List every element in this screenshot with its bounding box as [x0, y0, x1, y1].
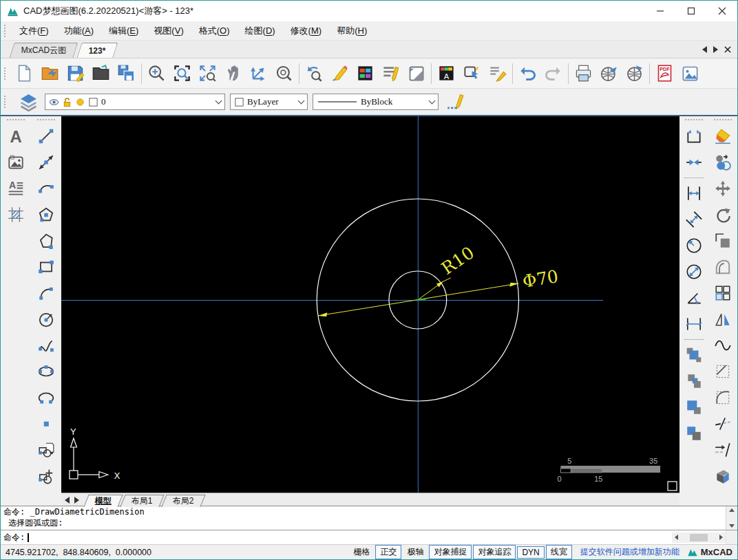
layout-tab-0[interactable]: 模型 — [83, 495, 123, 507]
drawing-canvas[interactable]: Φ70 R10 — [61, 116, 679, 493]
move-button[interactable] — [710, 176, 735, 201]
open-folder-button[interactable] — [88, 61, 114, 86]
linetype-select[interactable]: ByBlock — [313, 94, 439, 110]
linear-dimension-button[interactable] — [682, 181, 706, 206]
chamfer-button[interactable] — [710, 359, 735, 384]
circle-button[interactable] — [34, 307, 59, 332]
fill-mode-button[interactable] — [403, 61, 429, 86]
undo-button[interactable] — [515, 61, 540, 86]
arc-start-end-button[interactable] — [34, 281, 59, 305]
rotate-button[interactable] — [710, 202, 735, 227]
aligned-dimension-button[interactable] — [682, 207, 706, 232]
image-export-button[interactable] — [677, 61, 703, 86]
format-painter-button[interactable] — [485, 61, 510, 86]
quick-select-button[interactable] — [459, 61, 485, 86]
ellipse-arc-button[interactable] — [34, 385, 59, 410]
menu-item-1[interactable]: 功能(A) — [56, 22, 101, 40]
web-open-button[interactable] — [622, 61, 647, 86]
tab-close-icon[interactable] — [724, 46, 731, 53]
status-toggle-0[interactable]: 栅格 — [349, 546, 374, 559]
layout-prev-icon[interactable] — [65, 497, 70, 504]
doc-tab-0[interactable]: MxCAD云图 — [9, 43, 78, 58]
break-button[interactable] — [710, 411, 735, 436]
draw-order-below-button[interactable] — [682, 421, 706, 446]
save-button[interactable] — [63, 61, 88, 86]
scroll-right-icon[interactable] — [719, 535, 723, 540]
ellipse-button[interactable] — [34, 359, 59, 384]
zoom-extents-button[interactable] — [195, 61, 220, 86]
draw-order-front-button[interactable] — [682, 343, 706, 367]
array-button[interactable] — [710, 281, 735, 305]
layer-select[interactable]: 0 — [45, 94, 225, 110]
save-as-button[interactable] — [114, 61, 139, 86]
zoom-center-button[interactable] — [271, 61, 297, 86]
menu-item-5[interactable]: 绘图(D) — [238, 22, 283, 40]
edit-polyline-button[interactable] — [682, 124, 706, 149]
toolbar-grip[interactable] — [4, 67, 8, 80]
status-toggle-2[interactable]: 极轴 — [403, 546, 428, 559]
tab-scroll-right-icon[interactable] — [713, 46, 718, 53]
erase-button[interactable] — [710, 124, 735, 149]
close-button[interactable] — [706, 1, 737, 21]
toolbar-grip[interactable] — [7, 119, 25, 122]
scroll-up-icon[interactable] — [729, 508, 735, 512]
point-button[interactable] — [34, 411, 59, 436]
copy-button[interactable] — [710, 150, 735, 175]
mirror-button[interactable] — [710, 307, 735, 332]
insert-block-button[interactable] — [34, 464, 59, 488]
fit-curve-button[interactable] — [710, 333, 735, 358]
doc-tab-1[interactable]: 123* — [77, 43, 118, 58]
print-button[interactable] — [571, 61, 596, 86]
web-publish-button[interactable] — [596, 61, 622, 86]
rectangle-button[interactable] — [34, 255, 59, 279]
status-toggle-3[interactable]: 对象捕捉 — [429, 545, 472, 559]
status-toggle-6[interactable]: 线宽 — [546, 545, 572, 559]
scroll-down-icon[interactable] — [729, 524, 735, 528]
layerbar-grip[interactable] — [4, 96, 8, 108]
menu-item-3[interactable]: 视图(V) — [146, 22, 191, 40]
zoom-window-button[interactable] — [169, 61, 195, 86]
feedback-link[interactable]: 提交软件问题或增加新功能 — [580, 546, 679, 558]
layout-next-icon[interactable] — [74, 497, 79, 504]
hatch-button[interactable] — [3, 202, 28, 227]
redo-button[interactable] — [540, 61, 566, 86]
new-button[interactable] — [12, 61, 37, 86]
create-block-button[interactable] — [34, 438, 59, 462]
diameter-dimension-button[interactable] — [682, 259, 706, 284]
layer-manager-button[interactable] — [17, 90, 40, 114]
diameter-dimension-entity[interactable]: Φ70 — [318, 266, 560, 316]
3d-box-button[interactable] — [710, 464, 735, 488]
toolbar-grip[interactable] — [714, 119, 732, 122]
properties-edit-button[interactable] — [443, 90, 467, 114]
text-button[interactable]: A — [3, 124, 28, 149]
radius-dimension-button[interactable] — [682, 233, 706, 258]
minimize-button[interactable] — [644, 1, 675, 21]
status-toggle-4[interactable]: 对象追踪 — [473, 545, 516, 559]
mtext-button[interactable]: A — [3, 176, 28, 201]
scale-button[interactable] — [710, 228, 735, 253]
command-history[interactable]: 命令: _DrawDiametricDimension 选择圆弧或圆: — [1, 506, 737, 530]
command-scrollbar[interactable] — [726, 506, 737, 530]
command-input[interactable]: 命令: — [1, 530, 737, 544]
sketch-button[interactable] — [327, 61, 352, 86]
menu-item-2[interactable]: 编辑(E) — [101, 22, 146, 40]
color-select[interactable]: ByLayer — [230, 94, 308, 110]
maximize-button[interactable] — [675, 1, 706, 21]
zoom-previous-button[interactable] — [302, 61, 327, 86]
fillet-button[interactable] — [710, 385, 735, 410]
tab-scroll-left-icon[interactable] — [702, 46, 707, 53]
draw-order-back-button[interactable] — [682, 369, 706, 394]
toolbar-grip[interactable] — [685, 119, 703, 122]
angular-dimension-button[interactable] — [682, 286, 706, 310]
command-hscrollbar[interactable] — [672, 532, 726, 543]
polygon-button[interactable] — [34, 202, 59, 227]
layout-tab-1[interactable]: 布局1 — [120, 495, 164, 507]
zoom-in-out-button[interactable] — [144, 61, 169, 86]
menu-item-0[interactable]: 文件(F) — [12, 22, 56, 40]
menubar-grip[interactable] — [4, 25, 8, 37]
line-button[interactable] — [34, 124, 59, 149]
toolbar-grip[interactable] — [37, 119, 55, 122]
pdf-export-button[interactable]: PDF — [652, 61, 677, 86]
ucs-axes-button[interactable] — [246, 61, 271, 86]
continued-dimension-button[interactable] — [682, 312, 706, 336]
